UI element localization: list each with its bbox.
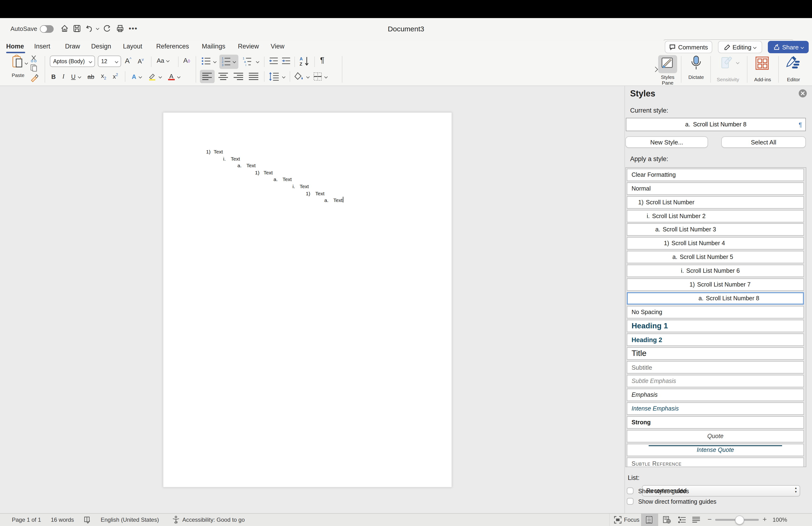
document-page[interactable]: 1)Text i.Text a.Text 1)Text a.Text i.Tex… bbox=[163, 112, 452, 487]
style-item-scroll-list-number-6[interactable]: i.Scroll List Number 6 bbox=[627, 265, 804, 277]
underline-chevron-icon[interactable] bbox=[78, 75, 81, 78]
style-item-intense-quote[interactable]: Intense Quote bbox=[627, 444, 804, 456]
tab-insert[interactable]: Insert bbox=[34, 43, 50, 50]
shrink-font-button[interactable]: Av bbox=[138, 57, 144, 65]
list-text[interactable]: Text bbox=[315, 190, 324, 196]
tab-layout[interactable]: Layout bbox=[123, 43, 142, 50]
style-item-scroll-list-number-5[interactable]: a.Scroll List Number 5 bbox=[627, 251, 804, 263]
style-item-strong[interactable]: Strong bbox=[627, 416, 804, 429]
style-item-emphasis[interactable]: Emphasis bbox=[627, 389, 804, 401]
list-text[interactable]: Text bbox=[282, 176, 292, 182]
multilevel-chevron-icon[interactable] bbox=[256, 60, 259, 63]
list-text[interactable]: Text bbox=[300, 183, 309, 189]
decrease-indent-button[interactable] bbox=[269, 57, 278, 66]
select-all-button[interactable]: Select All bbox=[721, 137, 806, 148]
style-item-subtle-emphasis[interactable]: Subtle Emphasis bbox=[627, 375, 804, 387]
zoom-slider-knob[interactable] bbox=[735, 515, 744, 525]
focus-icon[interactable] bbox=[614, 516, 622, 524]
superscript-button[interactable]: x2 bbox=[113, 73, 118, 80]
editing-mode-button[interactable]: Editing bbox=[718, 41, 762, 53]
page-count[interactable]: Page 1 of 1 bbox=[12, 516, 41, 523]
bullets-button[interactable] bbox=[201, 57, 211, 65]
strikethrough-button[interactable]: ab bbox=[87, 73, 94, 80]
text-effects-chevron-icon[interactable] bbox=[139, 75, 142, 78]
align-left-button[interactable] bbox=[202, 73, 212, 80]
spellcheck-icon[interactable] bbox=[84, 516, 91, 524]
change-case-button[interactable]: Aa bbox=[157, 57, 169, 64]
tab-mailings[interactable]: Mailings bbox=[202, 43, 225, 50]
editor-icon[interactable] bbox=[785, 56, 801, 71]
style-item-scroll-list-number[interactable]: 1)Scroll List Number bbox=[627, 196, 804, 209]
comments-button[interactable]: Comments bbox=[665, 41, 712, 53]
tab-view[interactable]: View bbox=[271, 43, 285, 50]
tab-review[interactable]: Review bbox=[238, 43, 259, 50]
style-item-scroll-list-number-7[interactable]: 1)Scroll List Number 7 bbox=[627, 279, 804, 291]
line-spacing-button[interactable] bbox=[269, 72, 279, 81]
list-text[interactable]: Text bbox=[231, 156, 240, 161]
justify-button[interactable] bbox=[249, 73, 258, 80]
addins-icon[interactable] bbox=[755, 56, 769, 70]
style-item-no-spacing[interactable]: No Spacing bbox=[627, 306, 804, 318]
style-item-heading-1[interactable]: Heading 1 bbox=[627, 320, 804, 332]
share-button[interactable]: Share bbox=[768, 41, 809, 53]
style-item-subtle-reference[interactable]: Subtle Reference bbox=[627, 458, 804, 467]
highlight-chevron-icon[interactable] bbox=[159, 75, 162, 78]
focus-label[interactable]: Focus bbox=[624, 516, 639, 523]
paste-button[interactable] bbox=[11, 55, 24, 69]
subscript-button[interactable]: x2 bbox=[101, 72, 106, 81]
tab-design[interactable]: Design bbox=[91, 43, 111, 50]
shading-button[interactable] bbox=[294, 72, 304, 81]
style-item-scroll-list-number-3[interactable]: a.Scroll List Number 3 bbox=[627, 223, 804, 236]
list-text[interactable]: Text bbox=[263, 170, 273, 175]
style-item-subtitle[interactable]: Subtitle bbox=[627, 361, 804, 373]
italic-button[interactable]: I bbox=[62, 73, 64, 80]
line-spacing-chevron-icon[interactable] bbox=[282, 75, 285, 79]
paste-chevron-icon[interactable] bbox=[25, 61, 28, 65]
copy-icon[interactable] bbox=[30, 64, 38, 72]
zoom-percentage[interactable]: 100% bbox=[772, 516, 787, 523]
bullets-chevron-icon[interactable] bbox=[213, 60, 217, 63]
clear-formatting-button[interactable]: A◊ bbox=[183, 57, 190, 64]
list-text[interactable]: Text bbox=[214, 149, 223, 154]
show-styles-guides-checkbox[interactable] bbox=[627, 487, 634, 494]
language-status[interactable]: English (United States) bbox=[101, 516, 159, 523]
print-layout-view-button[interactable] bbox=[646, 516, 652, 524]
style-item-quote[interactable]: Quote bbox=[627, 430, 804, 442]
show-direct-formatting-checkbox[interactable] bbox=[627, 498, 634, 504]
zoom-slider[interactable] bbox=[715, 519, 759, 521]
style-item-clear-formatting[interactable]: Clear Formatting bbox=[627, 169, 804, 181]
style-item-heading-2[interactable]: Heading 2 bbox=[627, 333, 804, 346]
borders-chevron-icon[interactable] bbox=[324, 75, 328, 79]
shading-chevron-icon[interactable] bbox=[306, 75, 309, 79]
font-name-select[interactable]: Aptos (Body) bbox=[50, 56, 95, 67]
web-layout-view-button[interactable] bbox=[663, 516, 671, 524]
dictate-icon[interactable] bbox=[690, 56, 702, 71]
gallery-more-chevron-icon[interactable] bbox=[653, 67, 658, 72]
close-pane-icon[interactable] bbox=[799, 89, 807, 97]
show-paragraph-marks-button[interactable]: ¶ bbox=[320, 56, 324, 65]
multilevel-list-button[interactable]: 1ai bbox=[242, 57, 252, 66]
list-text[interactable]: Text bbox=[333, 197, 343, 203]
style-item-title[interactable]: Title bbox=[627, 347, 804, 360]
underline-button[interactable]: U bbox=[71, 73, 75, 80]
current-style-box[interactable]: a. Scroll List Number 8 ¶ bbox=[626, 118, 806, 131]
list-text[interactable]: Text bbox=[246, 162, 256, 168]
font-size-select[interactable]: 12 bbox=[98, 56, 121, 67]
document-canvas[interactable]: 1)Text i.Text a.Text 1)Text a.Text i.Tex… bbox=[0, 86, 624, 513]
cut-icon[interactable] bbox=[30, 55, 38, 62]
style-item-scroll-list-number-8-selected[interactable]: a.Scroll List Number 8 bbox=[627, 292, 804, 304]
draft-view-button[interactable] bbox=[692, 516, 700, 523]
tab-references[interactable]: References bbox=[156, 43, 189, 50]
font-color-chevron-icon[interactable] bbox=[177, 75, 180, 78]
numbering-button[interactable]: 123 bbox=[221, 57, 231, 66]
new-style-button[interactable]: New Style... bbox=[625, 137, 708, 148]
highlight-button[interactable] bbox=[148, 72, 156, 81]
accessibility-status[interactable]: Accessibility: Good to go bbox=[182, 516, 245, 523]
align-center-button[interactable] bbox=[218, 73, 228, 80]
zoom-out-button[interactable]: − bbox=[708, 515, 712, 523]
text-effects-button[interactable]: A bbox=[132, 73, 136, 80]
style-item-scroll-list-number-4[interactable]: 1)Scroll List Number 4 bbox=[627, 237, 804, 250]
accessibility-icon[interactable] bbox=[172, 515, 180, 524]
style-item-scroll-list-number-2[interactable]: i.Scroll List Number 2 bbox=[627, 210, 804, 222]
tab-draw[interactable]: Draw bbox=[65, 43, 80, 50]
